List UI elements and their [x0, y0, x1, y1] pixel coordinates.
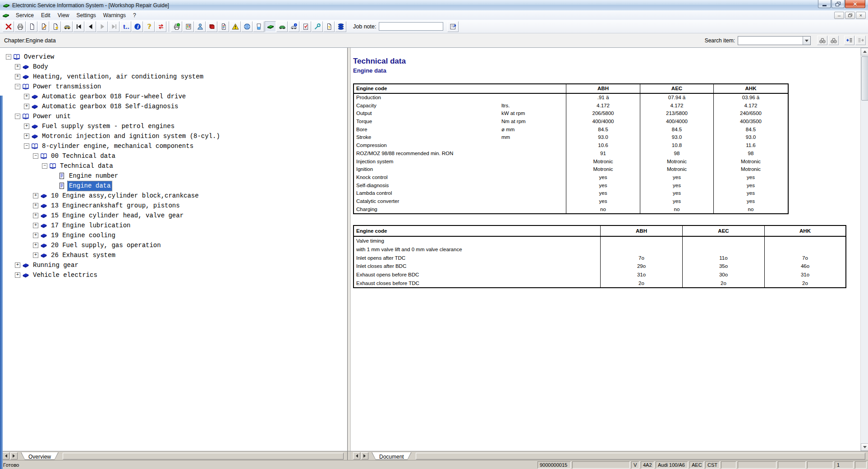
collapse-toggle[interactable]: −: [15, 114, 20, 119]
job-note-open-button[interactable]: [447, 21, 459, 32]
expand-toggle[interactable]: +: [33, 213, 38, 218]
tree-item[interactable]: +10 Engine assy,cylinder block,crankcase: [6, 191, 347, 201]
expand-toggle[interactable]: +: [15, 272, 20, 278]
collapse-toggle[interactable]: −: [33, 153, 38, 159]
collapse-toggle[interactable]: −: [15, 84, 20, 89]
collapse-toggle[interactable]: −: [42, 163, 47, 169]
print-button[interactable]: [14, 21, 26, 32]
close-button[interactable]: ×: [845, 0, 865, 8]
tab-document[interactable]: Document: [372, 452, 412, 460]
tree-item[interactable]: +17 Engine lubrication: [6, 221, 347, 230]
tree-item[interactable]: +Automatic gearbox 018 Four-wheel drive: [6, 92, 347, 101]
expand-toggle[interactable]: +: [15, 74, 20, 79]
nav-first-button[interactable]: [73, 21, 84, 32]
tree-item[interactable]: +Running gear: [6, 260, 347, 270]
scroll-down-button[interactable]: [861, 443, 868, 451]
info-button[interactable]: i: [132, 21, 143, 32]
vertical-scrollbar[interactable]: [860, 48, 868, 451]
collapse-toggle[interactable]: −: [24, 143, 29, 149]
tree-item[interactable]: +Fuel supply system - petrol engines: [6, 121, 347, 131]
nav-prev-button[interactable]: [85, 21, 96, 32]
tree-item[interactable]: +15 Engine cylinder head, valve gear: [6, 211, 347, 221]
pane-splitter[interactable]: [347, 48, 351, 451]
tree-item[interactable]: +13 Enginecrankshaft group, pistons: [6, 201, 347, 211]
expand-toggle[interactable]: +: [24, 94, 29, 99]
expand-toggle[interactable]: +: [33, 253, 38, 258]
exit-button[interactable]: [3, 21, 14, 32]
tree-item[interactable]: −Technical data: [6, 161, 347, 171]
vehicle-data-button[interactable]: [276, 21, 288, 32]
workshop-equipment-button[interactable]: [312, 21, 323, 32]
tree-item[interactable]: +20 Fuel supply, gas operation: [6, 240, 347, 250]
online-button[interactable]: [241, 21, 253, 32]
document-help-button[interactable]: ?: [323, 21, 335, 32]
menu-service[interactable]: Service: [12, 11, 37, 19]
vehicle-select-button[interactable]: [61, 21, 73, 32]
tree-item[interactable]: +Automatic gearbox 018 Self-diagnosis: [6, 101, 347, 111]
mdi-restore-button[interactable]: [845, 12, 855, 19]
overview-hscroll-track[interactable]: [63, 453, 344, 460]
edit-document-button[interactable]: [38, 21, 49, 32]
expand-toggle[interactable]: +: [24, 104, 29, 109]
expand-toggle[interactable]: +: [15, 64, 20, 69]
expand-toggle[interactable]: +: [33, 203, 38, 208]
expand-toggle[interactable]: +: [33, 193, 38, 198]
fluids-button[interactable]: [253, 21, 264, 32]
print-preview-button[interactable]: [171, 21, 182, 32]
tree-item[interactable]: +Heating, ventilation, air conditioning …: [6, 72, 347, 82]
scroll-thumb[interactable]: [861, 56, 868, 101]
overview-tab-scroll-right-button[interactable]: [10, 452, 18, 460]
document-list-button[interactable]: [218, 21, 229, 32]
sync-contents-button[interactable]: [844, 36, 854, 45]
repair-guide-button[interactable]: [265, 21, 276, 32]
overview-tab-scroll-left-button[interactable]: [2, 452, 9, 460]
tree-item[interactable]: +26 Exhaust system: [6, 250, 347, 260]
help-button[interactable]: ?: [143, 21, 155, 32]
tree-item[interactable]: Engine data: [6, 181, 347, 191]
search-dropdown-button[interactable]: [803, 37, 810, 45]
vehicle-info-button[interactable]: i: [288, 21, 299, 32]
circuit-diagrams-button[interactable]: [335, 21, 346, 32]
document-tab-scroll-right-button[interactable]: [361, 452, 368, 460]
text-jump-button[interactable]: t..: [120, 21, 131, 32]
restore-button[interactable]: [831, 0, 845, 8]
mdi-close-button[interactable]: ×: [856, 12, 866, 19]
tree-item[interactable]: −Power unit: [6, 111, 347, 121]
tree-item[interactable]: +Vehicle electrics: [6, 270, 347, 280]
expand-toggle[interactable]: +: [33, 243, 38, 248]
system-menu-icon[interactable]: [2, 12, 9, 19]
tree-item[interactable]: −Power transmission: [6, 82, 347, 92]
collapse-toggle[interactable]: −: [6, 54, 11, 60]
menu-edit[interactable]: Edit: [37, 11, 54, 19]
job-note-input[interactable]: [379, 22, 443, 31]
service-schedule-button[interactable]: [300, 21, 311, 32]
tab-overview[interactable]: Overview: [21, 452, 59, 460]
tree-item[interactable]: −8-cylinder engine, mechanical component…: [6, 141, 347, 151]
expand-toggle[interactable]: +: [33, 233, 38, 238]
expand-toggle[interactable]: +: [33, 223, 38, 228]
tree-item[interactable]: +Body: [6, 62, 347, 72]
tree-item[interactable]: Engine number: [6, 171, 347, 181]
wiring-manual-button[interactable]: [206, 21, 217, 32]
document-tab-scroll-left-button[interactable]: [353, 452, 360, 460]
expand-toggle[interactable]: +: [24, 124, 29, 129]
minimize-button[interactable]: [818, 0, 831, 8]
expand-toggle[interactable]: +: [24, 133, 29, 139]
warnings-button[interactable]: [230, 21, 241, 32]
customer-button[interactable]: [194, 21, 206, 32]
mdi-minimize-button[interactable]: –: [834, 12, 844, 19]
document-wizard-button[interactable]: [50, 21, 61, 32]
search-input[interactable]: [738, 37, 803, 45]
menu-warnings[interactable]: Warnings: [100, 11, 129, 19]
parts-catalog-button[interactable]: [183, 21, 194, 32]
tree-item[interactable]: −Overview: [6, 52, 347, 62]
expand-toggle[interactable]: +: [15, 262, 20, 268]
document-hscroll-track[interactable]: [416, 453, 865, 460]
swap-button[interactable]: [155, 21, 166, 32]
new-document-button[interactable]: [26, 21, 37, 32]
menu-view[interactable]: View: [54, 11, 73, 19]
menu-settings[interactable]: Settings: [73, 11, 100, 19]
tree-item[interactable]: +Motronic injection and ignition system …: [6, 131, 347, 141]
menu-help[interactable]: ?: [129, 11, 140, 19]
tree-item[interactable]: +19 Engine cooling: [6, 230, 347, 240]
